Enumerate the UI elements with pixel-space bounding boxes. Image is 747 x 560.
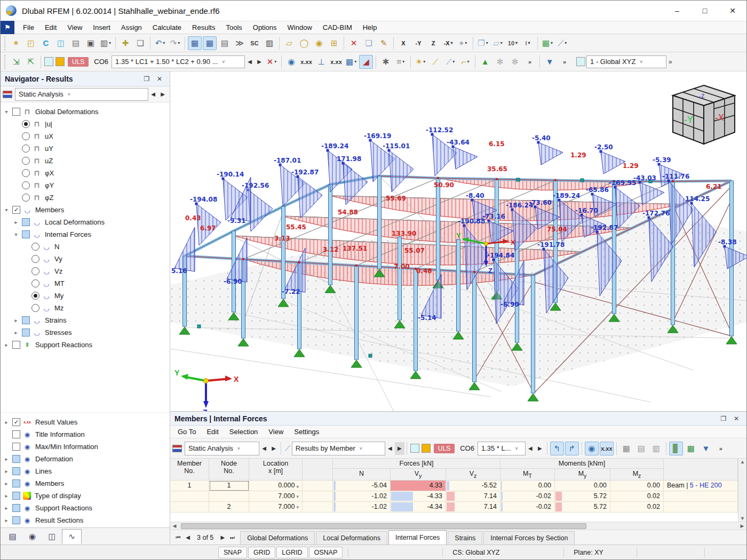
excel-export-icon[interactable]: ▦ bbox=[684, 442, 698, 455]
tree-checkbox[interactable] bbox=[12, 467, 20, 475]
tree-item-members[interactable]: ▸◉Members bbox=[2, 477, 169, 490]
tree-radio[interactable] bbox=[22, 145, 30, 153]
table-filter-icon[interactable]: ▼ bbox=[699, 442, 713, 455]
mt-cell[interactable]: 0.00 bbox=[500, 481, 555, 491]
project-administration-icon[interactable]: ▤ bbox=[69, 36, 83, 50]
perspective-icon[interactable]: ⌖▾ bbox=[456, 36, 470, 50]
tree-checkbox[interactable] bbox=[12, 108, 20, 116]
dock-menu-settings[interactable]: Settings bbox=[289, 426, 324, 437]
tree-item-globaldeformations[interactable]: ▾⊓Global Deformations bbox=[2, 106, 169, 118]
scrollbar-thumb[interactable] bbox=[181, 523, 586, 529]
dimensions-icon[interactable]: 10▾ bbox=[506, 36, 520, 50]
menu-assign[interactable]: Assign bbox=[116, 22, 147, 33]
tree-radio[interactable] bbox=[31, 243, 39, 251]
menu-options[interactable]: Options bbox=[248, 22, 282, 33]
select-add-icon[interactable]: ⊞ bbox=[327, 36, 341, 50]
status-toggle-lgrid[interactable]: LGRID bbox=[276, 547, 307, 558]
model-wireframe-icon[interactable]: ◫ bbox=[54, 36, 68, 50]
scroll-left-icon[interactable]: ◀ bbox=[170, 523, 179, 529]
tree-item-titleinformation[interactable]: ◉Title Information bbox=[2, 428, 169, 441]
dock-prev-result[interactable]: ◀ bbox=[385, 442, 395, 455]
tree-checkbox[interactable]: ✓ bbox=[12, 206, 20, 214]
tree-item-uy[interactable]: ⊓uY bbox=[2, 142, 169, 155]
view-minus-x-icon[interactable]: -X▾ bbox=[441, 36, 455, 50]
expander-icon[interactable]: ▸ bbox=[2, 481, 11, 486]
tree-item-z[interactable]: ⊓φZ bbox=[2, 191, 169, 204]
dock-overflow-icon[interactable]: » bbox=[714, 442, 728, 455]
calculation-params-icon[interactable]: ⌗▾ bbox=[394, 55, 408, 69]
color-chip-orange[interactable] bbox=[422, 444, 431, 453]
maximize-button[interactable]: □ bbox=[691, 1, 719, 21]
expander-icon[interactable]: ▸ bbox=[2, 517, 11, 523]
dock-float-button[interactable]: ❐ bbox=[718, 415, 729, 422]
menu-insert[interactable]: Insert bbox=[88, 22, 116, 33]
tree-radio[interactable] bbox=[22, 181, 30, 189]
new-polyline-icon[interactable]: ⌐▾ bbox=[458, 55, 472, 69]
dock-menu-edit[interactable]: Edit bbox=[201, 426, 224, 437]
expander-icon[interactable]: ▾ bbox=[2, 109, 11, 115]
support-display-icon[interactable]: ⊥ bbox=[314, 55, 328, 69]
mt-cell[interactable]: -0.02 bbox=[500, 491, 555, 502]
mz-cell[interactable]: 0.02 bbox=[610, 491, 664, 502]
vz-cell[interactable]: 7.14 bbox=[446, 502, 500, 513]
tree-item-ux[interactable]: ⊓uX bbox=[2, 130, 169, 142]
tree-item-n[interactable]: ◡N bbox=[2, 241, 169, 253]
table-tab-internalforcesbysection[interactable]: Internal Forces by Section bbox=[483, 531, 575, 545]
expander-icon[interactable]: ▸ bbox=[2, 468, 11, 474]
status-toggle-snap[interactable]: SNAP bbox=[218, 547, 247, 558]
location-cell[interactable]: 7.000▾ bbox=[249, 502, 303, 513]
vy-cell[interactable]: -4.34 bbox=[391, 502, 446, 513]
select-polygon-icon[interactable]: ▱ bbox=[282, 36, 296, 50]
scripting-icon[interactable]: SC bbox=[248, 36, 261, 50]
open-model-icon[interactable]: ◰ bbox=[24, 36, 38, 50]
visibility-filter-icon[interactable]: ▼ bbox=[543, 55, 557, 69]
tree-radio[interactable] bbox=[31, 292, 39, 300]
new-template-icon[interactable]: ✚ bbox=[118, 36, 132, 50]
new-model-icon[interactable]: ✶ bbox=[9, 36, 23, 50]
generate-load-icon[interactable]: ✻ bbox=[493, 55, 507, 69]
my-cell[interactable]: 5.72 bbox=[555, 502, 610, 513]
next-combination-button[interactable]: ▶ bbox=[255, 55, 264, 68]
n-cell[interactable]: -1.02 bbox=[333, 491, 391, 502]
table-horizontal-scrollbar[interactable]: ◀ ▶ bbox=[170, 522, 746, 530]
table-tab-globaldeformations[interactable]: Global Deformations bbox=[240, 531, 315, 545]
n-cell[interactable]: -1.02 bbox=[333, 502, 391, 513]
edit-view-icon[interactable]: ✎ bbox=[377, 36, 391, 50]
panel-display-icon[interactable]: ▦▾ bbox=[344, 55, 358, 69]
tree-item-mz[interactable]: ◡Mz bbox=[2, 302, 169, 314]
tree-radio[interactable] bbox=[31, 267, 39, 275]
tree-item-resultsections[interactable]: ▸◉Result Sections bbox=[2, 514, 169, 526]
dock-next-result[interactable]: ▶ bbox=[395, 442, 404, 455]
tree-checkbox[interactable]: ✓ bbox=[12, 418, 20, 426]
tree-item-vz[interactable]: ◡Vz bbox=[2, 265, 169, 277]
views-navigator-tab[interactable]: ◫ bbox=[42, 529, 62, 544]
node-no-cell[interactable]: 1 bbox=[209, 481, 249, 491]
dock-menu-goto[interactable]: Go To bbox=[172, 426, 201, 437]
disconnect-members-icon[interactable]: ⇱ bbox=[24, 55, 38, 69]
support-values-icon[interactable]: x.xx bbox=[329, 55, 343, 69]
next-analysis-button[interactable]: ▶ bbox=[158, 88, 168, 101]
mz-cell[interactable]: 0.02 bbox=[610, 502, 664, 513]
solid-display-icon[interactable]: ❐▾ bbox=[476, 36, 490, 50]
dock-next-combo[interactable]: ▶ bbox=[535, 442, 545, 455]
select-ring-icon[interactable]: ◉ bbox=[312, 36, 326, 50]
location-cell[interactable]: 7.000▾ bbox=[249, 491, 303, 502]
tree-checkbox[interactable] bbox=[22, 316, 30, 324]
view-x-icon[interactable]: X bbox=[396, 36, 410, 50]
result-diagram-icon[interactable]: ◢ bbox=[359, 55, 373, 69]
tree-item-x[interactable]: ⊓φX bbox=[2, 167, 169, 179]
display-navigator-tab[interactable]: ◉ bbox=[22, 529, 42, 544]
color-chip-cyan[interactable] bbox=[44, 57, 53, 66]
tree-item-maxmininformation[interactable]: ◉Max/Min Information bbox=[2, 441, 169, 453]
toolbar-overflow-icon[interactable]: » bbox=[666, 58, 674, 66]
tree-item-supportreactions[interactable]: ▸⇞Support Reactions bbox=[2, 339, 169, 351]
view-minus-y-icon[interactable]: -Y bbox=[411, 36, 425, 50]
tree-item-mt[interactable]: ◡MT bbox=[2, 277, 169, 290]
show-results-icon[interactable]: ◉ bbox=[585, 442, 599, 455]
table-end-icon[interactable]: ▥ bbox=[649, 442, 663, 455]
dock-menu-selection[interactable]: Selection bbox=[224, 426, 263, 437]
model-viewport[interactable]: X Y Z X Y Z bbox=[170, 71, 746, 411]
n-cell[interactable]: -5.04 bbox=[333, 481, 391, 491]
dlubal-center-icon[interactable]: C bbox=[39, 36, 53, 50]
work-plane-icon[interactable]: ▱▾ bbox=[491, 36, 505, 50]
